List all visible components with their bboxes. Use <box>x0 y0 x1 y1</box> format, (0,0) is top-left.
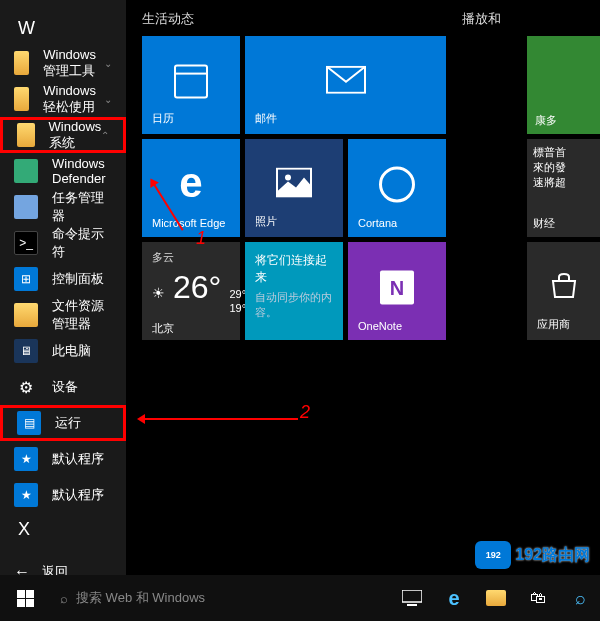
app-label: 控制面板 <box>52 270 104 288</box>
tile-cortana[interactable]: Cortana <box>348 139 446 237</box>
edge-icon: e <box>448 587 459 610</box>
taskbar-explorer[interactable] <box>476 575 516 621</box>
photos-icon <box>276 168 312 202</box>
calendar-icon <box>174 65 208 99</box>
tile-label: OneNote <box>358 320 436 332</box>
tile-game[interactable]: 康多 <box>527 36 600 134</box>
weather-temp: 26 <box>173 269 209 305</box>
app-defender[interactable]: Windows Defender <box>0 153 126 189</box>
chevron-down-icon: ⌄ <box>104 58 112 69</box>
search-box[interactable]: ⌕ 搜索 Web 和 Windows <box>50 582 390 614</box>
tile-label: 应用商 <box>537 317 590 332</box>
tile-label: 邮件 <box>255 111 436 126</box>
tiles-area: 生活动态 播放和 日历 邮件 e Microsoft Edge <box>126 0 600 575</box>
app-label: 默认程序 <box>52 486 104 504</box>
app-control-panel[interactable]: ⊞ 控制面板 <box>0 261 126 297</box>
tile-money-news[interactable]: 標普首 來的發 速將超 财经 <box>527 139 600 237</box>
app-label: 运行 <box>55 414 81 432</box>
svg-point-2 <box>285 175 291 181</box>
default-icon: ★ <box>14 483 38 507</box>
taskbar-store[interactable]: 🛍 <box>518 575 558 621</box>
explorer-icon <box>486 590 506 606</box>
onenote-icon: N <box>380 271 414 305</box>
task-view-button[interactable] <box>392 575 432 621</box>
folder-icon <box>14 51 29 75</box>
start-button[interactable] <box>0 575 50 621</box>
chevron-down-icon: ⌄ <box>104 94 112 105</box>
app-label: Windows 轻松使用 <box>43 83 112 116</box>
svg-rect-4 <box>407 604 417 606</box>
windows-logo-icon <box>17 590 34 607</box>
sync-sub: 自动同步你的内容。 <box>255 290 333 320</box>
tile-phone-companion[interactable]: 将它们连接起来 自动同步你的内容。 <box>245 242 343 340</box>
app-run[interactable]: ▤ 运行 <box>0 405 126 441</box>
search-icon: ⌕ <box>575 588 586 609</box>
app-windows-ease[interactable]: Windows 轻松使用 ⌄ <box>0 81 126 117</box>
app-label: 设备 <box>52 378 78 396</box>
chevron-up-icon: ⌃ <box>101 130 109 141</box>
app-explorer[interactable]: 文件资源管理器 <box>0 297 126 333</box>
news-line: 標普首 <box>533 145 594 160</box>
tile-weather[interactable]: 多云 ☀ 26° 29°19° 北京 <box>142 242 240 340</box>
tile-mail[interactable]: 邮件 <box>245 36 446 134</box>
app-label: Windows 系统 <box>49 119 109 152</box>
tile-label: Microsoft Edge <box>152 217 230 229</box>
annotation-number-2: 2 <box>300 402 310 423</box>
weather-hi: 29° <box>229 288 246 300</box>
app-label: 文件资源管理器 <box>52 297 112 333</box>
watermark-text: 192路由网 <box>515 545 590 566</box>
taskmgr-icon <box>14 195 38 219</box>
tile-label: 财经 <box>533 216 594 231</box>
pc-icon: 🖥 <box>14 339 38 363</box>
default-icon: ★ <box>14 447 38 471</box>
svg-rect-3 <box>402 590 422 602</box>
edge-icon: e <box>179 159 202 207</box>
app-list: W Windows 管理工具 ⌄ Windows 轻松使用 ⌄ Windows … <box>0 0 126 575</box>
mail-icon <box>326 66 366 98</box>
app-this-pc[interactable]: 🖥 此电脑 <box>0 333 126 369</box>
tile-label: 康多 <box>535 113 557 128</box>
sun-icon: ☀ <box>152 285 165 301</box>
run-icon: ▤ <box>17 411 41 435</box>
app-label: Windows 管理工具 <box>43 47 112 80</box>
weather-lo: 19° <box>229 302 246 314</box>
cmd-icon: >_ <box>14 231 38 255</box>
news-line: 速將超 <box>533 175 594 190</box>
tile-calendar[interactable]: 日历 <box>142 36 240 134</box>
tile-store[interactable]: 应用商 <box>527 242 600 340</box>
app-label: 此电脑 <box>52 342 91 360</box>
app-windows-system[interactable]: Windows 系统 ⌃ <box>0 117 126 153</box>
taskbar-search[interactable]: ⌕ <box>560 575 600 621</box>
explorer-icon <box>14 303 38 327</box>
annotation-arrow-2 <box>140 418 298 420</box>
tile-onenote[interactable]: N OneNote <box>348 242 446 340</box>
folder-icon <box>17 123 35 147</box>
app-task-manager[interactable]: 任务管理器 <box>0 189 126 225</box>
app-default-programs-2[interactable]: ★ 默认程序 <box>0 477 126 513</box>
tile-label: Cortana <box>358 217 436 229</box>
taskbar-edge[interactable]: e <box>434 575 474 621</box>
gear-icon: ⚙ <box>14 375 38 399</box>
app-label: 任务管理器 <box>52 189 112 225</box>
news-line: 來的發 <box>533 160 594 175</box>
app-devices[interactable]: ⚙ 设备 <box>0 369 126 405</box>
tile-label: 日历 <box>152 111 230 126</box>
zone-header-play[interactable]: 播放和 <box>462 10 501 28</box>
weather-city: 北京 <box>152 321 230 336</box>
section-letter-w[interactable]: W <box>0 12 126 45</box>
search-placeholder: 搜索 Web 和 Windows <box>76 589 205 607</box>
app-label: 命令提示符 <box>52 225 112 261</box>
app-label: Windows Defender <box>52 156 112 186</box>
watermark-badge: 192 <box>475 541 511 569</box>
app-cmd[interactable]: >_ 命令提示符 <box>0 225 126 261</box>
section-letter-x[interactable]: X <box>0 513 126 546</box>
watermark: 192 192路由网 <box>475 541 590 569</box>
zone-header-life[interactable]: 生活动态 <box>142 10 462 28</box>
app-default-programs-1[interactable]: ★ 默认程序 <box>0 441 126 477</box>
folder-icon <box>14 87 29 111</box>
annotation-number-1: 1 <box>196 228 206 249</box>
tile-label: 照片 <box>255 214 333 229</box>
app-windows-admin-tools[interactable]: Windows 管理工具 ⌄ <box>0 45 126 81</box>
tile-photos[interactable]: 照片 <box>245 139 343 237</box>
task-view-icon <box>402 590 422 606</box>
